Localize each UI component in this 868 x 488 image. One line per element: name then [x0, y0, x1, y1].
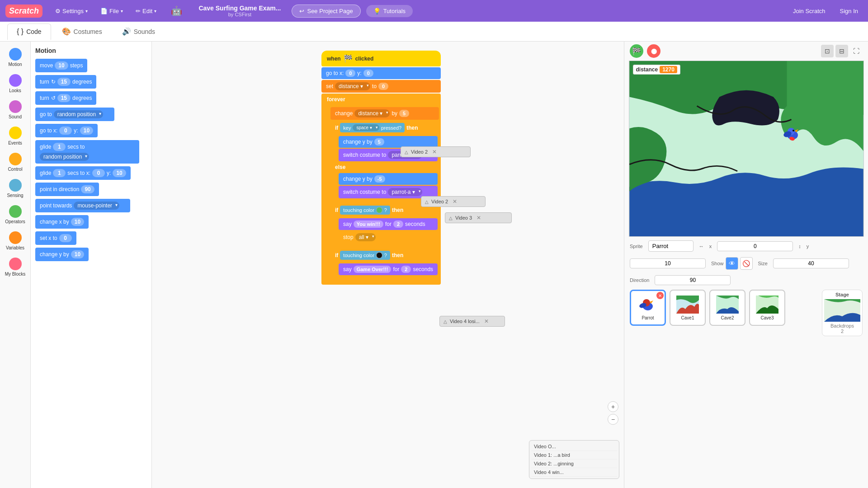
project-title[interactable]: Cave Surfing Game Exam...: [198, 5, 281, 12]
block-glide-xy[interactable]: glide 1 secs to x: 0 y: 10: [35, 166, 147, 180]
costumes-icon: 🎨: [62, 27, 71, 36]
looks-dot: [9, 74, 22, 87]
edit-menu[interactable]: ✏ Edit ▾: [132, 6, 160, 16]
show-hidden-button[interactable]: 🚫: [740, 257, 753, 270]
if-touching-green[interactable]: if touching color ? then say You win!!!: [330, 203, 439, 248]
parrot-thumbnail: [637, 296, 659, 314]
block-set-x[interactable]: set x to 0: [35, 231, 147, 245]
category-sensing[interactable]: Sensing: [2, 176, 29, 201]
see-project-button[interactable]: ↩ See Project Page: [292, 5, 360, 18]
category-operators[interactable]: Operators: [2, 202, 29, 227]
video-list-item-3[interactable]: Video 4 win...: [531, 468, 617, 477]
join-button[interactable]: Join Scratch: [788, 6, 830, 16]
category-looks[interactable]: Looks: [2, 71, 29, 96]
stage-selector[interactable]: Stage Backdrops 2: [822, 290, 863, 336]
project-icon: 🤖: [171, 5, 182, 16]
block-glide-random[interactable]: glide 1 secs to random position: [35, 140, 147, 164]
forever-header[interactable]: forever: [321, 94, 441, 105]
when-flag-clicked[interactable]: when 🏁 clicked: [321, 51, 441, 66]
block-move[interactable]: move 10 steps: [35, 59, 147, 72]
close-icon[interactable]: ✕: [432, 149, 437, 155]
say-game-over[interactable]: say Game Over!!! for 2 seconds: [339, 263, 438, 275]
change-y-neg[interactable]: change y by -5: [339, 173, 438, 185]
expand-icon3[interactable]: △: [449, 216, 453, 221]
file-menu[interactable]: 📄 File ▾: [97, 6, 127, 16]
y-value[interactable]: [630, 258, 706, 268]
block-change-x[interactable]: change x by 10: [35, 215, 147, 229]
zoom-in-button[interactable]: +: [608, 401, 618, 412]
video-list-item-0[interactable]: Video O...: [531, 442, 617, 451]
block-point-towards[interactable]: point towards mouse-pointer: [35, 199, 147, 212]
stage-canvas[interactable]: distance 1270: [629, 61, 864, 237]
change-distance-block[interactable]: change distance ▾ by 5: [330, 107, 439, 120]
close-icon3[interactable]: ✕: [476, 215, 481, 221]
video3-panel[interactable]: △ Video 3 ✕: [445, 212, 512, 223]
tab-sounds[interactable]: 🔊 Sounds: [113, 23, 164, 39]
block-goto-random[interactable]: go to random position: [35, 108, 147, 121]
if-space-block[interactable]: if key space ▾ pressed? then change y by…: [330, 121, 439, 202]
settings-menu[interactable]: ⚙ Settings ▾: [52, 6, 91, 16]
video-list-item-2[interactable]: Video 2: ...ginning: [531, 460, 617, 468]
zoom-out-button[interactable]: −: [608, 414, 618, 425]
sprite-label: Sprite: [630, 244, 643, 249]
stage-small-button[interactable]: ⊡: [821, 45, 834, 57]
scratch-logo[interactable]: Scratch: [5, 5, 42, 18]
category-events[interactable]: Events: [2, 124, 29, 148]
expand-icon2[interactable]: △: [425, 199, 429, 204]
block-turn-cw[interactable]: turn ↻ 15 degrees: [35, 75, 147, 89]
sign-in-button[interactable]: Sign In: [835, 6, 863, 16]
size-value[interactable]: [773, 258, 849, 268]
sprite-delete-parrot[interactable]: ✕: [656, 292, 664, 299]
video-list-panel[interactable]: Video O... Video 1: ...a bird Video 2: .…: [529, 440, 619, 479]
if-touching-black[interactable]: if touching color ? then say Game Over!!…: [330, 249, 439, 279]
category-motion[interactable]: Motion: [2, 45, 29, 70]
settings-icon: ⚙: [55, 8, 61, 14]
sprite-item-cave3[interactable]: Cave3: [749, 290, 785, 326]
x-value[interactable]: [717, 241, 793, 251]
stop-all[interactable]: stop all ▾: [339, 231, 438, 244]
close-icon2[interactable]: ✕: [453, 198, 457, 205]
category-variables[interactable]: Variables: [2, 229, 29, 253]
video-list-item-1[interactable]: Video 1: ...a bird: [531, 451, 617, 460]
tab-costumes[interactable]: 🎨 Costumes: [53, 23, 111, 39]
category-sound[interactable]: Sound: [2, 98, 29, 122]
stage-medium-button[interactable]: ⊟: [835, 45, 848, 57]
set-distance-block[interactable]: set distance ▾ to 0: [321, 80, 441, 93]
say-you-win[interactable]: say You win!!! for 2 seconds: [339, 218, 438, 230]
show-label: Show: [711, 261, 724, 266]
green-flag-button[interactable]: 🏁: [630, 44, 643, 58]
if-touching-black-header[interactable]: if touching color ? then: [330, 249, 439, 262]
red-stop-button[interactable]: ⬤: [647, 44, 660, 58]
tutorials-button[interactable]: 💡 Tutorials: [366, 5, 413, 17]
script-area[interactable]: when 🏁 clicked go to x: 0 y: 0 set dista…: [152, 42, 624, 488]
tab-code[interactable]: { } Code: [7, 23, 51, 40]
close-icon4[interactable]: ✕: [484, 318, 489, 324]
category-control[interactable]: Control: [2, 150, 29, 174]
fullscreen-button[interactable]: ⛶: [850, 45, 863, 57]
myblocks-dot: [9, 258, 22, 270]
block-palette: Motion move 10 steps turn ↻ 15 degrees t…: [31, 42, 152, 488]
block-change-y[interactable]: change y by 10: [35, 248, 147, 261]
show-visible-button[interactable]: 👁: [726, 257, 738, 270]
expand-icon4[interactable]: △: [443, 319, 447, 324]
video2-panel-change[interactable]: △ Video 2 ✕: [421, 196, 486, 207]
forever-block[interactable]: forever change distance ▾ by 5 if: [321, 94, 441, 285]
sprite-item-parrot[interactable]: ✕ Parrot: [630, 290, 666, 326]
block-turn-ccw[interactable]: turn ↺ 15 degrees: [35, 91, 147, 105]
category-myblocks[interactable]: My Blocks: [2, 255, 29, 279]
direction-value[interactable]: [655, 275, 731, 285]
script-canvas[interactable]: when 🏁 clicked go to x: 0 y: 0 set dista…: [152, 42, 624, 488]
stage-thumbnail: [824, 299, 860, 322]
if-header[interactable]: if key space ▾ pressed? then: [330, 121, 439, 135]
expand-icon[interactable]: △: [405, 150, 408, 155]
parrot-sprite[interactable]: [781, 122, 804, 145]
sprite-item-cave2[interactable]: Cave2: [709, 290, 745, 326]
video4-panel[interactable]: △ Video 4 losi... ✕: [439, 316, 505, 327]
block-goto-xy[interactable]: go to x: 0 y: 10: [35, 124, 147, 137]
block-point-direction[interactable]: point in direction 90: [35, 183, 147, 196]
goto-xy-block[interactable]: go to x: 0 y: 0: [321, 67, 441, 79]
sprite-name-input[interactable]: [648, 240, 693, 252]
edit-icon: ✏: [136, 8, 141, 14]
video2-panel-top[interactable]: △ Video 2 ✕: [401, 146, 471, 157]
sprite-item-cave1[interactable]: Cave1: [670, 290, 706, 326]
